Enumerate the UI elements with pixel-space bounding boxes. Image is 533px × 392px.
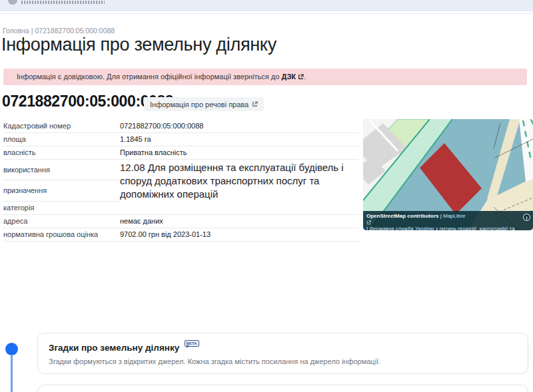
dzk-link[interactable]: ДЗК <box>281 73 296 81</box>
row-label: адреса <box>3 214 120 228</box>
row-value: немає даних <box>120 214 358 228</box>
table-row: категорія <box>3 201 358 214</box>
external-link-icon <box>366 220 371 225</box>
mentions-card: Згадки про земельну ділянку BETA Згадки … <box>37 333 528 374</box>
map-info-icon[interactable]: i <box>523 214 530 221</box>
row-label: площа <box>3 132 120 146</box>
table-row: використання 12.08 Для розміщення та екс… <box>3 159 358 180</box>
row-value-purpose: 12.08 Для розміщення та експлуатації буд… <box>120 159 358 201</box>
maplibre-link[interactable]: MapLibre <box>443 213 465 219</box>
row-label: власність <box>3 146 120 159</box>
breadcrumb: Головна | 0721882700:05:000:0088 <box>3 27 115 35</box>
parcel-details-table: Кадастровий номер 0721882700:05:000:0088… <box>3 119 358 242</box>
row-value: 0721882700:05:000:0088 <box>120 119 358 132</box>
breadcrumb-current: 0721882700:05:000:0088 <box>35 27 115 35</box>
row-value: 9702.00 грн від 2023-01-13 <box>120 228 358 241</box>
table-row: нормативна грошова оцінка 9702.00 грн ві… <box>3 228 358 241</box>
beta-badge-icon: BETA <box>185 340 199 347</box>
topbar-clipped-text <box>21 1 105 4</box>
next-section-card <box>37 385 528 392</box>
external-link-icon <box>298 74 304 80</box>
table-row: площа 1.1845 га <box>3 132 358 146</box>
table-row: Кадастровий номер 0721882700:05:000:0088 <box>3 119 358 132</box>
notice-period: . <box>304 73 306 81</box>
notice-text: Інформація є довідковою. Для отримання о… <box>17 73 281 81</box>
timeline-line <box>11 355 13 392</box>
geocadastre-link[interactable]: Державна служба України з питань геодезі… <box>366 226 515 230</box>
row-label: призначення <box>3 180 120 202</box>
mentions-subtitle: Згадки формуються з відкритих джерел. Ко… <box>49 357 517 365</box>
row-value: Приватна власність <box>120 146 358 159</box>
mentions-title: Згадки про земельну ділянку <box>49 343 179 353</box>
property-rights-button-label: Інформація про речові права <box>150 100 249 108</box>
row-value: 1.1845 га <box>120 132 358 146</box>
osm-attribution-link[interactable]: OpenStreetMap contributors <box>366 213 438 219</box>
parcel-map[interactable]: OpenStreetMap contributors | MapLibre | … <box>363 119 533 230</box>
external-link-icon <box>252 101 258 107</box>
page-title: Інформація про земельну ділянку <box>1 35 276 55</box>
breadcrumb-home-link[interactable]: Головна <box>3 27 29 35</box>
topbar[interactable] <box>0 0 533 11</box>
notice-banner: Інформація є довідковою. Для отримання о… <box>3 69 527 85</box>
table-row: адреса немає даних <box>3 214 358 228</box>
row-value <box>120 201 358 214</box>
map-attribution: OpenStreetMap contributors | MapLibre | … <box>363 211 533 230</box>
timeline-dot <box>5 343 18 355</box>
topbar-avatar-icon <box>8 0 17 5</box>
row-label: категорія <box>3 201 120 214</box>
property-rights-button[interactable]: Інформація про речові права <box>144 97 264 111</box>
row-label: Кадастровий номер <box>3 119 120 132</box>
row-label: використання <box>3 159 120 180</box>
topbar-divider <box>0 13 533 14</box>
table-row: власність Приватна власність <box>3 146 358 159</box>
row-label: нормативна грошова оцінка <box>3 228 120 241</box>
